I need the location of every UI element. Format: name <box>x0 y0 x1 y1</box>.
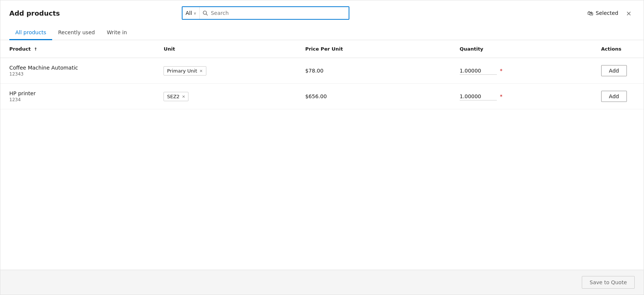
products-table: Product ↑ Unit Price Per Unit Quantity A… <box>0 40 644 109</box>
table-row: Coffee Machine Automatic 12343 Primary U… <box>0 58 644 84</box>
product-name-1: Coffee Machine Automatic <box>9 65 146 71</box>
add-button-1[interactable]: Add <box>601 65 627 76</box>
price-value-2: $656.00 <box>305 93 327 99</box>
unit-tag-1: Primary Unit × <box>164 66 206 76</box>
product-cell-1: Coffee Machine Automatic 12343 <box>0 58 155 84</box>
product-code-1: 12343 <box>9 71 146 77</box>
search-icon <box>200 10 211 16</box>
search-container: All ∨ <box>182 6 349 20</box>
price-cell-1: $78.00 <box>296 58 450 84</box>
column-header-quantity: Quantity <box>451 40 592 58</box>
chevron-down-icon: ∨ <box>194 11 196 15</box>
column-header-product[interactable]: Product ↑ <box>0 40 155 58</box>
actions-cell-2: Add <box>592 84 644 109</box>
unit-tag-2: SEZ2 × <box>164 92 188 101</box>
search-filter-label: All <box>185 10 192 16</box>
remove-unit-tag-2[interactable]: × <box>182 94 185 99</box>
tabs-container: All products Recently used Write in <box>0 26 644 40</box>
quantity-input-1[interactable] <box>460 67 497 75</box>
column-header-unit: Unit <box>155 40 296 58</box>
quantity-cell-2: * <box>451 84 592 109</box>
sort-ascending-icon: ↑ <box>34 47 37 52</box>
search-filter-button[interactable]: All ∨ <box>183 7 200 19</box>
column-header-actions: Actions <box>592 40 644 58</box>
close-icon: × <box>626 9 631 17</box>
price-value-1: $78.00 <box>305 68 323 74</box>
header-right: 🛍 Selected × <box>587 7 635 19</box>
remove-unit-tag-1[interactable]: × <box>199 69 203 73</box>
table-row: HP printer 1234 SEZ2 × $656.00 <box>0 84 644 109</box>
unit-cell-2: SEZ2 × <box>155 84 296 109</box>
modal-header: Add products All ∨ 🛍 Selected × <box>0 0 644 26</box>
required-indicator-2: * <box>500 93 502 99</box>
product-code-2: 1234 <box>9 97 146 102</box>
svg-line-1 <box>206 14 207 16</box>
modal-title: Add products <box>9 9 60 17</box>
modal-footer: Save to Quote <box>0 270 644 295</box>
unit-label-2: SEZ2 <box>167 94 180 99</box>
add-button-2[interactable]: Add <box>601 91 627 102</box>
product-name-2: HP printer <box>9 90 146 96</box>
table-container: Product ↑ Unit Price Per Unit Quantity A… <box>0 40 644 270</box>
tab-recently-used[interactable]: Recently used <box>52 26 101 40</box>
close-button[interactable]: × <box>623 7 635 19</box>
price-cell-2: $656.00 <box>296 84 450 109</box>
bag-icon: 🛍 <box>587 10 593 17</box>
search-input[interactable] <box>211 10 349 16</box>
unit-cell-1: Primary Unit × <box>155 58 296 84</box>
tab-write-in[interactable]: Write in <box>101 26 133 40</box>
unit-label-1: Primary Unit <box>167 68 197 74</box>
actions-cell-1: Add <box>592 58 644 84</box>
quantity-input-2[interactable] <box>460 93 497 100</box>
product-cell-2: HP printer 1234 <box>0 84 155 109</box>
add-products-modal: Add products All ∨ 🛍 Selected × <box>0 0 644 295</box>
quantity-cell-1: * <box>451 58 592 84</box>
column-header-price-per-unit: Price Per Unit <box>296 40 450 58</box>
selected-label: Selected <box>596 10 618 16</box>
tab-all-products[interactable]: All products <box>9 26 52 40</box>
required-indicator-1: * <box>500 68 502 74</box>
table-header-row: Product ↑ Unit Price Per Unit Quantity A… <box>0 40 644 58</box>
save-to-quote-button[interactable]: Save to Quote <box>582 276 635 289</box>
selected-button[interactable]: 🛍 Selected <box>587 10 618 17</box>
